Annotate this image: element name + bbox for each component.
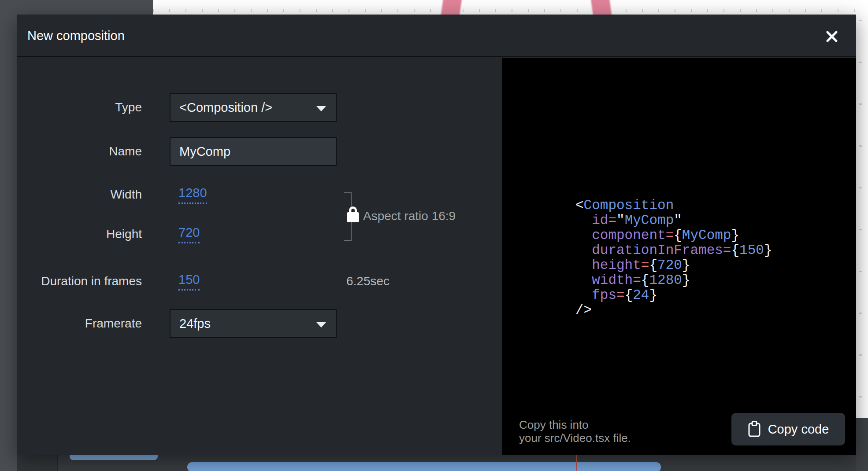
height-label: Height xyxy=(17,220,142,249)
composition-form-panel: Type <Composition /> Name Widt xyxy=(17,58,502,455)
copy-code-button[interactable]: Copy code xyxy=(731,413,845,445)
width-row: Width 1280 xyxy=(17,180,502,209)
timeline-playhead xyxy=(576,455,577,471)
type-row: Type <Composition /> xyxy=(17,93,502,122)
width-label: Width xyxy=(17,180,142,209)
height-row: Height 720 xyxy=(17,220,502,249)
canvas-ruler-ticks xyxy=(153,9,868,12)
name-row: Name xyxy=(17,137,502,166)
new-composition-dialog: New composition Type <Composition /> xyxy=(17,15,856,455)
framerate-select[interactable]: 24fps xyxy=(170,309,337,338)
aspect-ratio-label: Aspect ratio 16:9 xyxy=(363,209,456,224)
close-button[interactable] xyxy=(821,26,843,48)
background-timeline-track xyxy=(70,455,158,460)
background-timeline-gutter xyxy=(856,418,868,471)
type-select[interactable]: <Composition /> xyxy=(170,93,337,122)
framerate-select-value: 24fps xyxy=(179,316,211,331)
copy-code-label: Copy code xyxy=(768,422,829,437)
background-sidebar-strip xyxy=(0,0,17,471)
canvas-ruler-ticks-vertical xyxy=(859,20,862,416)
chevron-down-icon xyxy=(316,322,326,327)
close-icon xyxy=(825,29,839,44)
type-select-value: <Composition /> xyxy=(179,100,272,115)
lock-icon xyxy=(347,206,359,223)
chevron-down-icon xyxy=(316,106,326,111)
composition-code-snippet: <Composition id="MyComp" component={MyCo… xyxy=(575,198,772,318)
copy-hint-line1: Copy this into xyxy=(519,418,631,431)
clipboard-icon xyxy=(748,421,761,438)
dialog-title: New composition xyxy=(27,15,125,57)
code-preview-panel: <Composition id="MyComp" component={MyCo… xyxy=(502,58,856,455)
copy-hint-text: Copy this into your src/Video.tsx file. xyxy=(519,418,631,445)
name-label: Name xyxy=(17,137,142,166)
duration-value-link[interactable]: 150 xyxy=(178,272,200,291)
name-input[interactable] xyxy=(170,137,337,166)
dialog-titlebar: New composition xyxy=(17,15,856,57)
remotion-studio-screen: New composition Type <Composition /> xyxy=(0,0,868,471)
background-timeline-left xyxy=(17,455,57,471)
framerate-label: Framerate xyxy=(17,309,142,338)
dialog-body: Type <Composition /> Name Widt xyxy=(17,58,856,455)
copy-hint-line2: your src/Video.tsx file. xyxy=(519,431,631,445)
duration-row: Duration in frames 150 xyxy=(17,267,502,296)
background-timeline-divider xyxy=(57,455,58,471)
duration-label: Duration in frames xyxy=(17,267,142,296)
duration-seconds-label: 6.25sec xyxy=(346,274,389,289)
framerate-row: Framerate 24fps xyxy=(17,309,502,338)
background-timeline-clip xyxy=(187,462,661,471)
type-label: Type xyxy=(17,93,142,122)
height-value-link[interactable]: 720 xyxy=(178,225,200,243)
width-value-link[interactable]: 1280 xyxy=(178,186,207,204)
